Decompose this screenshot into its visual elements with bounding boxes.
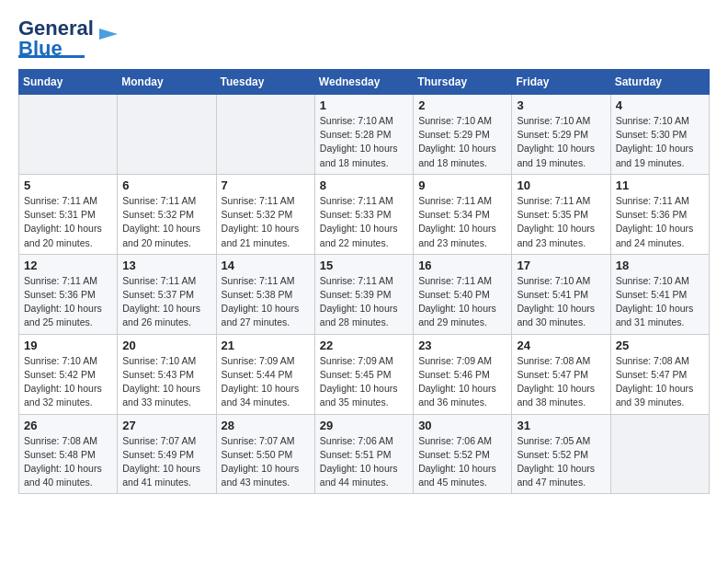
day-cell: 20Sunrise: 7:10 AM Sunset: 5:43 PM Dayli… xyxy=(118,334,216,414)
calendar-table: SundayMondayTuesdayWednesdayThursdayFrid… xyxy=(18,69,710,494)
day-number: 2 xyxy=(418,98,506,112)
calendar-body: 1Sunrise: 7:10 AM Sunset: 5:28 PM Daylig… xyxy=(19,95,710,494)
day-number: 12 xyxy=(24,259,112,272)
day-info: Sunrise: 7:10 AM Sunset: 5:28 PM Dayligh… xyxy=(320,114,408,170)
day-info: Sunrise: 7:11 AM Sunset: 5:33 PM Dayligh… xyxy=(320,194,408,250)
day-number: 16 xyxy=(418,259,506,272)
day-info: Sunrise: 7:11 AM Sunset: 5:31 PM Dayligh… xyxy=(24,194,112,250)
day-info: Sunrise: 7:06 AM Sunset: 5:52 PM Dayligh… xyxy=(418,434,506,490)
header-row: SundayMondayTuesdayWednesdayThursdayFrid… xyxy=(19,70,710,95)
day-cell: 25Sunrise: 7:08 AM Sunset: 5:47 PM Dayli… xyxy=(610,334,709,414)
day-cell: 26Sunrise: 7:08 AM Sunset: 5:48 PM Dayli… xyxy=(19,414,118,494)
day-cell: 6Sunrise: 7:11 AM Sunset: 5:32 PM Daylig… xyxy=(118,174,216,254)
day-cell xyxy=(19,95,118,175)
day-cell: 21Sunrise: 7:09 AM Sunset: 5:44 PM Dayli… xyxy=(216,334,314,414)
day-info: Sunrise: 7:11 AM Sunset: 5:36 PM Dayligh… xyxy=(24,274,112,330)
day-info: Sunrise: 7:11 AM Sunset: 5:32 PM Dayligh… xyxy=(222,194,310,250)
header: GeneralBlue xyxy=(18,18,710,58)
day-number: 9 xyxy=(418,178,506,192)
day-header-saturday: Saturday xyxy=(610,70,709,95)
day-info: Sunrise: 7:11 AM Sunset: 5:40 PM Dayligh… xyxy=(418,274,506,330)
page: GeneralBlue SundayMondayTuesdayWednesday… xyxy=(0,0,728,503)
day-cell: 11Sunrise: 7:11 AM Sunset: 5:36 PM Dayli… xyxy=(610,174,709,254)
day-info: Sunrise: 7:09 AM Sunset: 5:46 PM Dayligh… xyxy=(418,354,506,410)
calendar-header: SundayMondayTuesdayWednesdayThursdayFrid… xyxy=(19,70,710,95)
day-info: Sunrise: 7:10 AM Sunset: 5:29 PM Dayligh… xyxy=(517,114,605,170)
day-info: Sunrise: 7:09 AM Sunset: 5:45 PM Dayligh… xyxy=(320,354,408,410)
week-row-5: 26Sunrise: 7:08 AM Sunset: 5:48 PM Dayli… xyxy=(19,414,710,494)
week-row-2: 5Sunrise: 7:11 AM Sunset: 5:31 PM Daylig… xyxy=(19,174,710,254)
day-number: 6 xyxy=(122,178,210,192)
day-header-thursday: Thursday xyxy=(414,70,512,95)
day-cell: 3Sunrise: 7:10 AM Sunset: 5:29 PM Daylig… xyxy=(512,95,610,175)
day-info: Sunrise: 7:05 AM Sunset: 5:52 PM Dayligh… xyxy=(517,434,605,490)
week-row-1: 1Sunrise: 7:10 AM Sunset: 5:28 PM Daylig… xyxy=(19,95,710,175)
day-info: Sunrise: 7:11 AM Sunset: 5:37 PM Dayligh… xyxy=(122,274,210,330)
day-number: 23 xyxy=(418,339,506,352)
week-row-4: 19Sunrise: 7:10 AM Sunset: 5:42 PM Dayli… xyxy=(19,334,710,414)
day-number: 5 xyxy=(24,178,112,192)
day-number: 3 xyxy=(517,98,605,112)
day-info: Sunrise: 7:07 AM Sunset: 5:50 PM Dayligh… xyxy=(222,434,310,490)
day-cell xyxy=(216,95,314,175)
day-cell: 8Sunrise: 7:11 AM Sunset: 5:33 PM Daylig… xyxy=(314,174,413,254)
day-number: 29 xyxy=(320,419,408,432)
day-number: 10 xyxy=(517,178,605,192)
day-cell xyxy=(610,414,709,494)
day-info: Sunrise: 7:10 AM Sunset: 5:42 PM Dayligh… xyxy=(24,354,112,410)
day-cell: 22Sunrise: 7:09 AM Sunset: 5:45 PM Dayli… xyxy=(314,334,413,414)
day-number: 11 xyxy=(616,178,704,192)
day-info: Sunrise: 7:10 AM Sunset: 5:29 PM Dayligh… xyxy=(418,114,506,170)
day-info: Sunrise: 7:10 AM Sunset: 5:41 PM Dayligh… xyxy=(616,274,704,330)
day-info: Sunrise: 7:11 AM Sunset: 5:36 PM Dayligh… xyxy=(616,194,704,250)
day-cell: 24Sunrise: 7:08 AM Sunset: 5:47 PM Dayli… xyxy=(512,334,610,414)
day-number: 21 xyxy=(222,339,310,352)
day-number: 17 xyxy=(517,259,605,272)
day-number: 25 xyxy=(616,339,704,352)
day-cell: 9Sunrise: 7:11 AM Sunset: 5:34 PM Daylig… xyxy=(414,174,512,254)
day-header-friday: Friday xyxy=(512,70,610,95)
day-info: Sunrise: 7:06 AM Sunset: 5:51 PM Dayligh… xyxy=(320,434,408,490)
svg-marker-0 xyxy=(99,29,118,40)
day-cell: 10Sunrise: 7:11 AM Sunset: 5:35 PM Dayli… xyxy=(512,174,610,254)
day-info: Sunrise: 7:10 AM Sunset: 5:43 PM Dayligh… xyxy=(122,354,210,410)
day-cell: 29Sunrise: 7:06 AM Sunset: 5:51 PM Dayli… xyxy=(314,414,413,494)
day-cell xyxy=(118,95,216,175)
day-info: Sunrise: 7:08 AM Sunset: 5:47 PM Dayligh… xyxy=(616,354,704,410)
day-number: 22 xyxy=(320,339,408,352)
day-header-tuesday: Tuesday xyxy=(216,70,314,95)
day-cell: 17Sunrise: 7:10 AM Sunset: 5:41 PM Dayli… xyxy=(512,254,610,334)
day-cell: 7Sunrise: 7:11 AM Sunset: 5:32 PM Daylig… xyxy=(216,174,314,254)
day-info: Sunrise: 7:11 AM Sunset: 5:35 PM Dayligh… xyxy=(517,194,605,250)
day-cell: 16Sunrise: 7:11 AM Sunset: 5:40 PM Dayli… xyxy=(414,254,512,334)
logo-text: GeneralBlue xyxy=(18,18,94,59)
day-info: Sunrise: 7:11 AM Sunset: 5:39 PM Dayligh… xyxy=(320,274,408,330)
day-info: Sunrise: 7:08 AM Sunset: 5:47 PM Dayligh… xyxy=(517,354,605,410)
day-cell: 14Sunrise: 7:11 AM Sunset: 5:38 PM Dayli… xyxy=(216,254,314,334)
day-number: 28 xyxy=(222,419,310,432)
day-cell: 2Sunrise: 7:10 AM Sunset: 5:29 PM Daylig… xyxy=(414,95,512,175)
day-cell: 30Sunrise: 7:06 AM Sunset: 5:52 PM Dayli… xyxy=(414,414,512,494)
day-cell: 4Sunrise: 7:10 AM Sunset: 5:30 PM Daylig… xyxy=(610,95,709,175)
day-header-wednesday: Wednesday xyxy=(314,70,413,95)
day-cell: 19Sunrise: 7:10 AM Sunset: 5:42 PM Dayli… xyxy=(19,334,118,414)
day-number: 31 xyxy=(517,419,605,432)
day-number: 18 xyxy=(616,259,704,272)
day-number: 14 xyxy=(222,259,310,272)
day-info: Sunrise: 7:11 AM Sunset: 5:32 PM Dayligh… xyxy=(122,194,210,250)
logo-arrow-icon xyxy=(96,21,121,47)
day-number: 27 xyxy=(122,419,210,432)
day-number: 13 xyxy=(122,259,210,272)
logo: GeneralBlue xyxy=(18,18,121,58)
day-number: 20 xyxy=(122,339,210,352)
day-number: 4 xyxy=(616,98,704,112)
day-header-monday: Monday xyxy=(118,70,216,95)
day-cell: 15Sunrise: 7:11 AM Sunset: 5:39 PM Dayli… xyxy=(314,254,413,334)
day-cell: 18Sunrise: 7:10 AM Sunset: 5:41 PM Dayli… xyxy=(610,254,709,334)
day-cell: 23Sunrise: 7:09 AM Sunset: 5:46 PM Dayli… xyxy=(414,334,512,414)
day-info: Sunrise: 7:11 AM Sunset: 5:34 PM Dayligh… xyxy=(418,194,506,250)
logo-underline xyxy=(18,55,85,58)
day-cell: 28Sunrise: 7:07 AM Sunset: 5:50 PM Dayli… xyxy=(216,414,314,494)
day-info: Sunrise: 7:08 AM Sunset: 5:48 PM Dayligh… xyxy=(24,434,112,490)
day-cell: 1Sunrise: 7:10 AM Sunset: 5:28 PM Daylig… xyxy=(314,95,413,175)
